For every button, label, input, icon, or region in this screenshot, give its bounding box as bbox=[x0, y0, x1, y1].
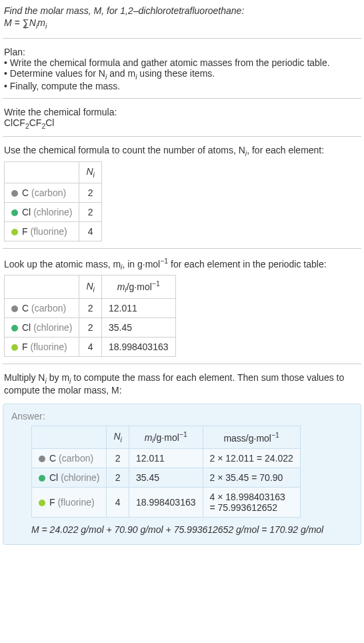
col-n-sym: N bbox=[86, 166, 93, 177]
mass-h-sup: −1 bbox=[160, 257, 168, 265]
cell-calc: 2 × 35.45 = 70.90 bbox=[203, 468, 300, 488]
el-sym: Cl bbox=[49, 472, 61, 483]
calc-l1: 4 × 18.998403163 bbox=[210, 492, 285, 502]
col-n-i: i bbox=[93, 285, 95, 293]
eq-m: m bbox=[37, 17, 45, 28]
answer-final: M = 24.022 g/mol + 70.90 g/mol + 75.9936… bbox=[31, 524, 353, 535]
compute-section: Multiply Ni by mi to compute the mass fo… bbox=[3, 370, 361, 402]
element-dot-icon bbox=[39, 475, 45, 482]
element-dot-icon bbox=[39, 500, 45, 506]
formula-section: Write the chemical formula: ClCF2CF2Cl bbox=[3, 104, 361, 137]
mass-heading: Look up the atomic mass, mi, in g·mol−1 … bbox=[4, 257, 360, 271]
compute-text: Multiply Ni by mi to compute the mass fo… bbox=[4, 372, 360, 396]
table-row: C (carbon) 2 12.011 bbox=[5, 298, 176, 317]
col-element bbox=[32, 426, 107, 448]
el-sym: C bbox=[22, 303, 31, 313]
mass-h-c: for each element in the periodic table: bbox=[168, 259, 326, 269]
divider bbox=[3, 364, 361, 364]
col-n: Ni bbox=[79, 275, 101, 298]
element-dot-icon bbox=[11, 344, 18, 351]
cell-el: F (fluorine) bbox=[32, 488, 107, 518]
cell-m: 12.011 bbox=[101, 298, 175, 317]
element-dot-icon bbox=[11, 305, 18, 312]
divider bbox=[3, 38, 361, 39]
cell-el: Cl (chlorine) bbox=[32, 468, 107, 488]
answer-table: Ni mi/g·mol−1 mass/g·mol−1 C (carbon) 2 … bbox=[31, 426, 301, 518]
count-section: Use the chemical formula to count the nu… bbox=[3, 142, 361, 248]
col-n-i: i bbox=[93, 171, 95, 179]
col-m-sup: −1 bbox=[152, 279, 160, 287]
col-m-sup: −1 bbox=[179, 430, 187, 438]
col-m-unit: /g·mol bbox=[127, 281, 152, 292]
cell-m: 18.998403163 bbox=[129, 488, 203, 518]
cell-el: C (carbon) bbox=[5, 298, 79, 317]
table-header-row: Ni mi/g·mol−1 mass/g·mol−1 bbox=[32, 426, 301, 448]
cell-calc: 4 × 18.998403163= 75.993612652 bbox=[203, 488, 300, 518]
table-row: F (fluorine) 4 18.998403163 bbox=[5, 337, 176, 356]
answer-box: Answer: Ni mi/g·mol−1 mass/g·mol−1 C (ca… bbox=[3, 404, 361, 545]
cell-n: 4 bbox=[79, 221, 101, 241]
count-heading: Use the chemical formula to count the nu… bbox=[4, 145, 360, 157]
mass-section: Look up the atomic mass, mi, in g·mol−1 … bbox=[3, 254, 361, 364]
compute-a: Multiply N bbox=[4, 372, 45, 383]
cell-calc: 2 × 12.011 = 24.022 bbox=[203, 449, 300, 468]
cell-m: 18.998403163 bbox=[101, 337, 175, 356]
plan-b2-c: using these items. bbox=[137, 68, 215, 79]
divider bbox=[3, 248, 361, 249]
plan-b2-b: and m bbox=[107, 68, 135, 79]
el-note: (chlorine) bbox=[33, 207, 72, 217]
col-m: mi/g·mol−1 bbox=[129, 426, 203, 448]
plan-bullet-1: • Write the chemical formula and gather … bbox=[4, 57, 360, 68]
plan-b2-a: • Determine values for N bbox=[4, 68, 105, 79]
formula-heading: Write the chemical formula: bbox=[4, 107, 360, 117]
cell-n: 4 bbox=[107, 488, 129, 518]
element-dot-icon bbox=[11, 229, 18, 235]
col-m-sym: m bbox=[117, 281, 125, 292]
table-row: F (fluorine) 4 bbox=[5, 221, 102, 241]
cell-n: 4 bbox=[79, 337, 101, 356]
el-sym: F bbox=[22, 226, 30, 237]
col-element bbox=[5, 275, 79, 298]
intro-section: Find the molar mass, M, for 1,2–dichloro… bbox=[3, 3, 361, 38]
eq-n: N bbox=[27, 17, 36, 28]
cell-n: 2 bbox=[79, 183, 101, 202]
col-n-sym: N bbox=[113, 431, 120, 442]
col-n: Ni bbox=[79, 162, 101, 183]
table-row: C (carbon) 2 bbox=[5, 183, 102, 202]
compute-b: by m bbox=[47, 372, 69, 383]
cell-el: C (carbon) bbox=[32, 449, 107, 468]
divider bbox=[3, 136, 361, 137]
cell-n: 2 bbox=[79, 298, 101, 317]
table-row: F (fluorine) 4 18.998403163 4 × 18.99840… bbox=[32, 488, 301, 518]
cf-2: CF bbox=[29, 117, 42, 128]
intro-equation: M = ∑i Nimi bbox=[4, 16, 360, 31]
col-mass-txt: mass/g·mol bbox=[223, 433, 271, 444]
cf-3: Cl bbox=[45, 117, 54, 128]
table-header-row: Ni bbox=[5, 162, 102, 183]
table-row: Cl (chlorine) 2 35.45 2 × 35.45 = 70.90 bbox=[32, 468, 301, 488]
count-h-b: , for each element: bbox=[247, 145, 324, 155]
plan-bullet-2: • Determine values for Ni and mi using t… bbox=[4, 68, 360, 81]
cell-el: Cl (chlorine) bbox=[5, 317, 79, 337]
plan-section: Plan: • Write the chemical formula and g… bbox=[3, 44, 361, 98]
cell-m: 35.45 bbox=[129, 468, 203, 488]
el-note: (chlorine) bbox=[61, 472, 99, 483]
col-mass-sup: −1 bbox=[271, 431, 279, 439]
el-note: (carbon) bbox=[31, 303, 66, 313]
element-dot-icon bbox=[11, 209, 18, 216]
el-note: (fluorine) bbox=[30, 342, 67, 352]
eq-m-i: i bbox=[45, 22, 47, 30]
plan-bullet-3: • Finally, compute the mass. bbox=[4, 81, 360, 91]
el-note: (carbon) bbox=[31, 187, 66, 198]
cf-1: ClCF bbox=[4, 117, 25, 128]
divider bbox=[3, 98, 361, 99]
el-sym: C bbox=[49, 453, 59, 464]
intro-title: Find the molar mass, M, for 1,2–dichloro… bbox=[4, 5, 360, 16]
calc-l2: = 75.993612652 bbox=[210, 502, 278, 513]
eq-lhs: M = bbox=[4, 17, 23, 28]
cell-el: F (fluorine) bbox=[5, 337, 79, 356]
table-header-row: Ni mi/g·mol−1 bbox=[5, 275, 176, 298]
el-sym: C bbox=[22, 187, 31, 198]
cell-n: 2 bbox=[107, 449, 129, 468]
col-mass: mass/g·mol−1 bbox=[203, 426, 300, 448]
